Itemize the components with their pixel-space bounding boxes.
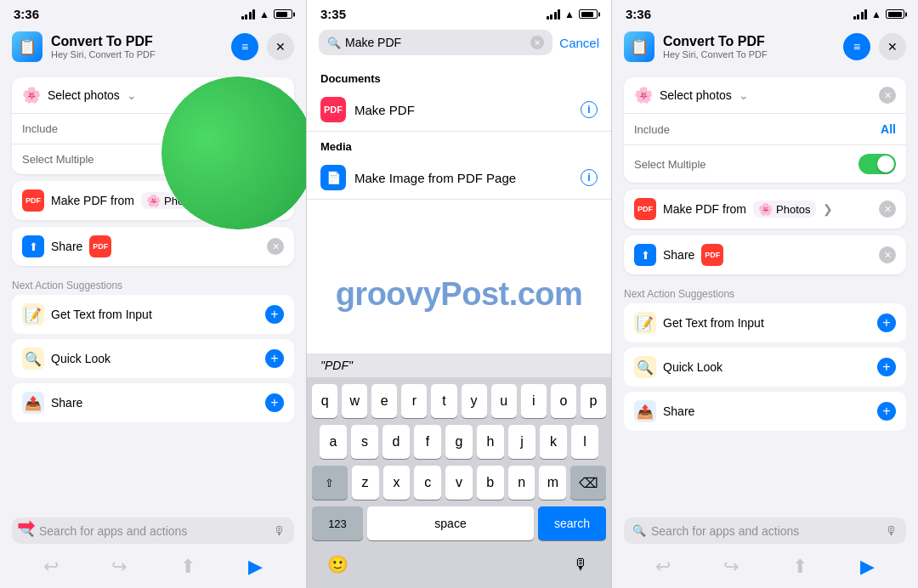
middle-make-image-result[interactable]: 📄 Make Image from PDF Page i [307,156,611,200]
left-suggestion-quick-look[interactable]: 🔍 Quick Look + [12,339,294,378]
key-mic[interactable]: 🎙 [564,547,598,581]
right-share-row: ⬆ Share PDF ✕ [624,235,906,274]
keyboard-hint: "PDF" [307,353,611,377]
left-nav-play[interactable]: ▶ [248,556,263,578]
key-g[interactable]: g [445,425,473,459]
right-nav-share[interactable]: ⬆ [792,556,808,578]
right-share-suggestion-add[interactable]: + [877,402,896,421]
key-a[interactable]: a [320,425,347,459]
key-s[interactable]: s [351,425,378,459]
right-share-icon: ⬆ [634,244,656,266]
left-bottom-search: 🔍 Search for apps and actions 🎙 [0,511,306,549]
right-nav-play[interactable]: ▶ [860,556,875,578]
middle-make-pdf-result[interactable]: PDF Make PDF i [307,88,611,132]
left-app-subtitle: Hey Siri, Convert To PDF [51,49,156,59]
key-num[interactable]: 123 [312,506,363,540]
left-nav-share[interactable]: ⬆ [180,556,196,578]
right-suggestion-share[interactable]: 📤 Share + [624,392,906,431]
key-k[interactable]: k [540,425,567,459]
left-suggestion-get-text[interactable]: 📝 Get Text from Input + [12,295,294,334]
right-app-icon: 📋 [624,31,654,62]
key-i[interactable]: i [521,384,547,418]
right-photos-label: Photos [776,203,810,216]
left-suggestions-label: Next Action Suggestions [12,273,294,295]
middle-make-image-icon: 📄 [320,165,346,190]
right-nav-undo[interactable]: ↩ [655,556,671,578]
key-r[interactable]: r [401,384,427,418]
key-emoji[interactable]: 🙂 [320,547,354,581]
right-signal-icon [853,9,868,20]
left-share-left: ⬆ Share PDF [22,235,111,257]
left-quick-look-add[interactable]: + [265,349,284,368]
key-t[interactable]: t [431,384,456,418]
left-share-suggestion-add[interactable]: + [265,393,284,412]
left-nav-undo[interactable]: ↩ [43,556,59,578]
right-suggestion-get-text[interactable]: 📝 Get Text from Input + [624,303,906,342]
battery-icon [274,9,292,19]
left-get-text-add[interactable]: + [265,305,284,324]
keyboard-row-3: ⇧ z x c v b n m ⌫ [312,466,606,500]
key-c[interactable]: c [414,466,441,500]
right-app-title-block: Convert To PDF Hey Siri, Convert To PDF [663,34,768,59]
right-select-photos-close[interactable]: ✕ [879,87,896,104]
middle-make-pdf-info[interactable]: i [581,101,598,118]
key-f[interactable]: f [414,425,441,459]
key-n[interactable]: n [508,466,536,500]
arrow-annotation: ➡ [17,512,36,539]
left-search-bar[interactable]: 🔍 Search for apps and actions 🎙 [12,517,294,544]
middle-make-image-info[interactable]: i [581,169,598,186]
right-nav-redo[interactable]: ↪ [723,556,739,578]
right-suggestion-quick-look[interactable]: 🔍 Quick Look + [624,348,906,387]
left-share-card: ⬆ Share PDF ✕ [12,227,294,266]
key-b[interactable]: b [477,466,504,500]
key-m[interactable]: m [539,466,566,500]
key-p[interactable]: p [581,384,606,418]
key-h[interactable]: h [477,425,504,459]
right-select-multiple-label: Select Multiple [634,158,706,171]
middle-status-icons: ▲ [547,8,598,20]
key-x[interactable]: x [383,466,411,500]
key-delete[interactable]: ⌫ [570,466,606,500]
key-z[interactable]: z [352,466,379,500]
left-menu-button[interactable]: ≡ [231,33,258,60]
right-get-text-add[interactable]: + [877,314,896,332]
key-q[interactable]: q [312,384,337,418]
left-select-photos-left: 🌸 Select photos ⌄ [22,86,137,105]
key-l[interactable]: l [571,425,598,459]
right-close-button[interactable]: ✕ [879,33,906,60]
right-make-pdf-close[interactable]: ✕ [879,201,896,218]
key-y[interactable]: y [462,384,487,418]
left-share-label: Share [51,240,82,253]
left-panel: 3:36 ▲ 📋 Convert To PDF Hey Siri, Conver… [0,0,306,588]
wifi-icon: ▲ [259,8,269,20]
key-space[interactable]: space [367,506,534,540]
right-search-bar[interactable]: 🔍 Search for apps and actions 🎙 [624,517,906,544]
key-w[interactable]: w [342,384,367,418]
right-share-close[interactable]: ✕ [879,246,896,263]
middle-search-field[interactable]: 🔍 Make PDF ✕ [319,30,552,55]
left-nav-redo[interactable]: ↪ [111,556,127,578]
key-o[interactable]: o [551,384,576,418]
left-quick-look-icon: 🔍 [22,348,44,370]
left-suggestion-share[interactable]: 📤 Share + [12,383,294,422]
left-share-close[interactable]: ✕ [267,238,284,255]
right-select-multiple-toggle[interactable] [858,154,896,174]
middle-make-pdf-label: Make PDF [354,103,415,117]
right-search-glass-icon: 🔍 [632,524,646,537]
right-quick-look-add[interactable]: + [877,358,896,376]
right-include-all: All [881,122,896,136]
middle-make-pdf-icon: PDF [320,97,346,122]
key-search[interactable]: search [538,506,606,540]
left-close-button[interactable]: ✕ [267,33,294,60]
key-d[interactable]: d [382,425,410,459]
right-make-pdf-row: PDF Make PDF from 🌸 Photos ❯ ✕ [624,189,906,229]
key-j[interactable]: j [508,425,536,459]
middle-cancel-button[interactable]: Cancel [559,36,599,50]
middle-panel: 3:35 ▲ 🔍 Make PDF ✕ Cancel Documents [306,0,612,588]
key-e[interactable]: e [371,384,397,418]
key-shift[interactable]: ⇧ [312,466,348,500]
right-menu-button[interactable]: ≡ [843,33,870,60]
middle-search-clear[interactable]: ✕ [530,36,544,49]
key-v[interactable]: v [445,466,473,500]
key-u[interactable]: u [491,384,517,418]
